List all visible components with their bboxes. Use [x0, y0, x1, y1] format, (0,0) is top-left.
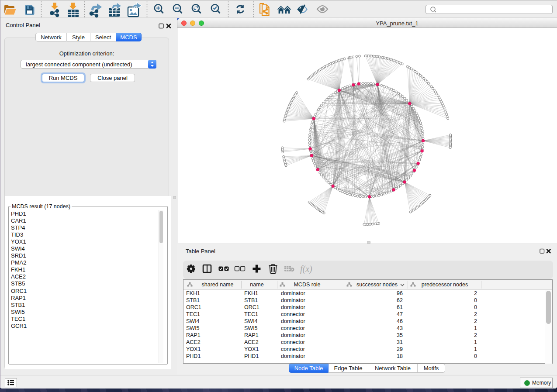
svg-text:f(x): f(x): [300, 264, 312, 274]
